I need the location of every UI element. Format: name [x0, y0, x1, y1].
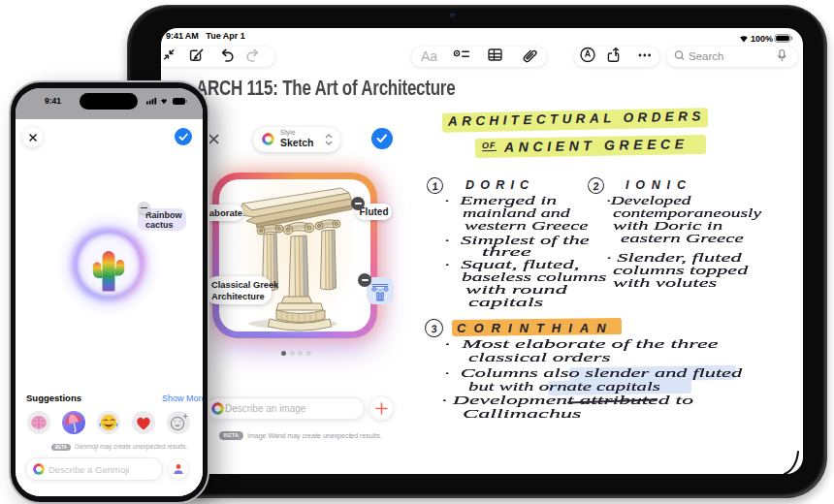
svg-text:Search: Search [689, 50, 723, 62]
svg-text:100%: 100% [751, 34, 773, 44]
svg-text:Aa: Aa [421, 48, 437, 64]
